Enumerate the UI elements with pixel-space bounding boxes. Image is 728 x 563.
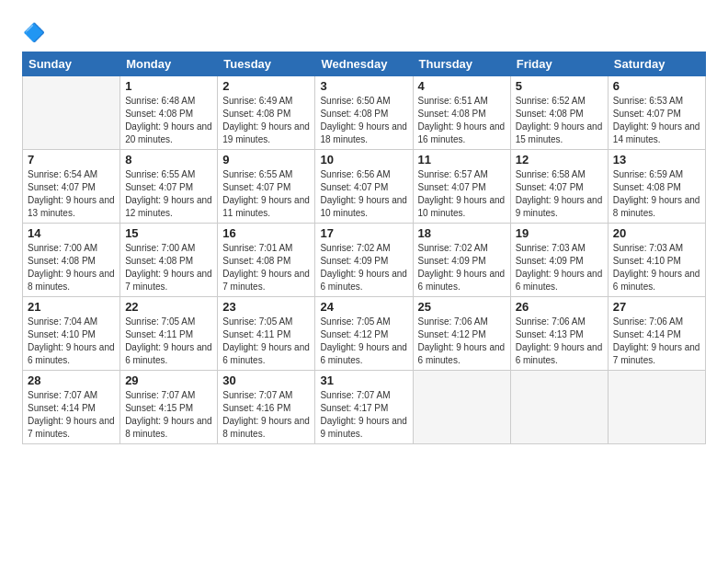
day-number: 4 <box>418 79 506 93</box>
day-info: Sunrise: 6:50 AMSunset: 4:08 PMDaylight:… <box>320 95 407 146</box>
logo: 🔷 <box>22 20 50 46</box>
week-row-2: 7Sunrise: 6:54 AMSunset: 4:07 PMDaylight… <box>23 150 706 224</box>
calendar-cell: 30Sunrise: 7:07 AMSunset: 4:16 PMDayligh… <box>218 371 315 444</box>
day-info: Sunrise: 7:01 AMSunset: 4:08 PMDaylight:… <box>222 242 310 293</box>
calendar-cell: 14Sunrise: 7:00 AMSunset: 4:08 PMDayligh… <box>23 224 120 297</box>
calendar: SundayMondayTuesdayWednesdayThursdayFrid… <box>22 52 706 444</box>
calendar-cell: 19Sunrise: 7:03 AMSunset: 4:09 PMDayligh… <box>510 224 608 297</box>
calendar-cell: 21Sunrise: 7:04 AMSunset: 4:10 PMDayligh… <box>23 297 120 371</box>
day-info: Sunrise: 6:58 AMSunset: 4:07 PMDaylight:… <box>516 168 603 220</box>
calendar-cell: 16Sunrise: 7:01 AMSunset: 4:08 PMDayligh… <box>218 224 315 297</box>
calendar-cell: 18Sunrise: 7:02 AMSunset: 4:09 PMDayligh… <box>413 224 510 297</box>
day-number: 19 <box>516 226 603 240</box>
day-info: Sunrise: 7:07 AMSunset: 4:16 PMDaylight:… <box>222 389 310 441</box>
day-number: 31 <box>320 373 407 387</box>
calendar-cell: 13Sunrise: 6:59 AMSunset: 4:08 PMDayligh… <box>608 150 705 224</box>
day-number: 30 <box>222 373 310 387</box>
day-number: 9 <box>222 153 310 167</box>
calendar-cell: 17Sunrise: 7:02 AMSunset: 4:09 PMDayligh… <box>315 224 413 297</box>
day-info: Sunrise: 7:07 AMSunset: 4:17 PMDaylight:… <box>320 389 407 441</box>
day-info: Sunrise: 6:49 AMSunset: 4:08 PMDaylight:… <box>222 95 310 146</box>
day-info: Sunrise: 7:02 AMSunset: 4:09 PMDaylight:… <box>320 242 407 293</box>
weekday-monday: Monday <box>120 52 218 76</box>
calendar-cell: 12Sunrise: 6:58 AMSunset: 4:07 PMDayligh… <box>510 150 608 224</box>
calendar-cell: 22Sunrise: 7:05 AMSunset: 4:11 PMDayligh… <box>120 297 218 371</box>
calendar-cell: 7Sunrise: 6:54 AMSunset: 4:07 PMDaylight… <box>23 150 120 224</box>
day-number: 2 <box>222 79 310 93</box>
day-number: 20 <box>613 226 700 240</box>
week-row-4: 21Sunrise: 7:04 AMSunset: 4:10 PMDayligh… <box>23 297 706 371</box>
day-info: Sunrise: 6:57 AMSunset: 4:07 PMDaylight:… <box>418 168 506 220</box>
calendar-cell: 2Sunrise: 6:49 AMSunset: 4:08 PMDaylight… <box>218 76 315 150</box>
weekday-saturday: Saturday <box>608 52 705 76</box>
calendar-cell: 5Sunrise: 6:52 AMSunset: 4:08 PMDaylight… <box>510 76 608 150</box>
calendar-cell <box>510 371 608 444</box>
day-info: Sunrise: 6:55 AMSunset: 4:07 PMDaylight:… <box>222 168 310 220</box>
day-info: Sunrise: 7:06 AMSunset: 4:12 PMDaylight:… <box>418 316 506 367</box>
day-number: 18 <box>418 226 506 240</box>
day-number: 28 <box>28 373 115 387</box>
day-info: Sunrise: 7:03 AMSunset: 4:10 PMDaylight:… <box>613 242 700 293</box>
day-info: Sunrise: 6:54 AMSunset: 4:07 PMDaylight:… <box>28 168 115 220</box>
day-info: Sunrise: 7:06 AMSunset: 4:13 PMDaylight:… <box>516 316 603 367</box>
day-number: 8 <box>125 153 212 167</box>
day-info: Sunrise: 6:53 AMSunset: 4:07 PMDaylight:… <box>613 95 700 146</box>
day-number: 16 <box>222 226 310 240</box>
day-info: Sunrise: 7:03 AMSunset: 4:09 PMDaylight:… <box>516 242 603 293</box>
calendar-cell: 20Sunrise: 7:03 AMSunset: 4:10 PMDayligh… <box>608 224 705 297</box>
calendar-cell: 8Sunrise: 6:55 AMSunset: 4:07 PMDaylight… <box>120 150 218 224</box>
day-number: 1 <box>125 79 212 93</box>
svg-text:🔷: 🔷 <box>23 21 46 43</box>
day-number: 17 <box>320 226 407 240</box>
day-info: Sunrise: 6:51 AMSunset: 4:08 PMDaylight:… <box>418 95 506 146</box>
day-info: Sunrise: 6:52 AMSunset: 4:08 PMDaylight:… <box>516 95 603 146</box>
calendar-cell: 24Sunrise: 7:05 AMSunset: 4:12 PMDayligh… <box>315 297 413 371</box>
day-info: Sunrise: 7:05 AMSunset: 4:11 PMDaylight:… <box>125 316 212 367</box>
page: 🔷 SundayMondayTuesdayWednesdayThursdayFr… <box>0 0 728 563</box>
weekday-thursday: Thursday <box>413 52 510 76</box>
day-info: Sunrise: 7:05 AMSunset: 4:11 PMDaylight:… <box>222 316 310 367</box>
calendar-cell: 26Sunrise: 7:06 AMSunset: 4:13 PMDayligh… <box>510 297 608 371</box>
day-info: Sunrise: 7:05 AMSunset: 4:12 PMDaylight:… <box>320 316 407 367</box>
week-row-3: 14Sunrise: 7:00 AMSunset: 4:08 PMDayligh… <box>23 224 706 297</box>
weekday-header: SundayMondayTuesdayWednesdayThursdayFrid… <box>23 52 706 76</box>
day-number: 29 <box>125 373 212 387</box>
calendar-cell: 15Sunrise: 7:00 AMSunset: 4:08 PMDayligh… <box>120 224 218 297</box>
day-number: 26 <box>516 300 603 314</box>
day-number: 3 <box>320 79 407 93</box>
calendar-cell: 4Sunrise: 6:51 AMSunset: 4:08 PMDaylight… <box>413 76 510 150</box>
calendar-cell: 6Sunrise: 6:53 AMSunset: 4:07 PMDaylight… <box>608 76 705 150</box>
calendar-cell: 11Sunrise: 6:57 AMSunset: 4:07 PMDayligh… <box>413 150 510 224</box>
day-info: Sunrise: 7:04 AMSunset: 4:10 PMDaylight:… <box>28 316 115 367</box>
day-info: Sunrise: 7:00 AMSunset: 4:08 PMDaylight:… <box>28 242 115 293</box>
day-number: 10 <box>320 153 407 167</box>
calendar-cell <box>608 371 705 444</box>
logo-icon: 🔷 <box>22 20 48 46</box>
calendar-cell: 28Sunrise: 7:07 AMSunset: 4:14 PMDayligh… <box>23 371 120 444</box>
calendar-cell: 10Sunrise: 6:56 AMSunset: 4:07 PMDayligh… <box>315 150 413 224</box>
calendar-cell: 3Sunrise: 6:50 AMSunset: 4:08 PMDaylight… <box>315 76 413 150</box>
calendar-cell <box>23 76 120 150</box>
day-info: Sunrise: 6:56 AMSunset: 4:07 PMDaylight:… <box>320 168 407 220</box>
day-number: 24 <box>320 300 407 314</box>
day-number: 6 <box>613 79 700 93</box>
weekday-friday: Friday <box>510 52 608 76</box>
day-number: 21 <box>28 300 115 314</box>
day-number: 12 <box>516 153 603 167</box>
calendar-cell: 31Sunrise: 7:07 AMSunset: 4:17 PMDayligh… <box>315 371 413 444</box>
day-number: 7 <box>28 153 115 167</box>
day-number: 23 <box>222 300 310 314</box>
day-number: 27 <box>613 300 700 314</box>
calendar-cell: 25Sunrise: 7:06 AMSunset: 4:12 PMDayligh… <box>413 297 510 371</box>
calendar-cell: 27Sunrise: 7:06 AMSunset: 4:14 PMDayligh… <box>608 297 705 371</box>
calendar-cell: 23Sunrise: 7:05 AMSunset: 4:11 PMDayligh… <box>218 297 315 371</box>
week-row-5: 28Sunrise: 7:07 AMSunset: 4:14 PMDayligh… <box>23 371 706 444</box>
day-info: Sunrise: 7:02 AMSunset: 4:09 PMDaylight:… <box>418 242 506 293</box>
day-info: Sunrise: 6:55 AMSunset: 4:07 PMDaylight:… <box>125 168 212 220</box>
day-number: 14 <box>28 226 115 240</box>
calendar-body: 1Sunrise: 6:48 AMSunset: 4:08 PMDaylight… <box>23 76 706 444</box>
weekday-sunday: Sunday <box>23 52 120 76</box>
day-info: Sunrise: 7:06 AMSunset: 4:14 PMDaylight:… <box>613 316 700 367</box>
weekday-wednesday: Wednesday <box>315 52 413 76</box>
day-number: 25 <box>418 300 506 314</box>
